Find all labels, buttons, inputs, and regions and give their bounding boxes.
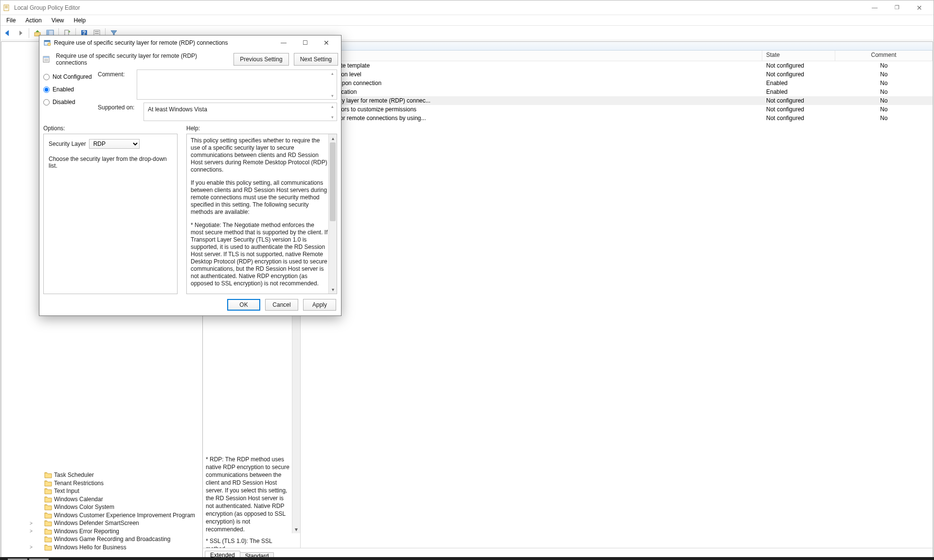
radio-enabled-label[interactable]: Enabled	[53, 86, 74, 93]
svg-rect-1	[5, 6, 8, 6]
folder-icon	[44, 480, 52, 487]
folder-icon	[44, 536, 52, 542]
setting-state: Not configured	[762, 106, 835, 113]
forward-button[interactable]	[15, 28, 26, 38]
state-radios: Not Configured Enabled Disabled	[43, 70, 98, 121]
chevron-right-icon[interactable]: >	[29, 528, 34, 534]
help-scrollbar[interactable]: ▴ ▾	[328, 134, 337, 294]
tree-item[interactable]: >Windows Hello for Business	[37, 543, 202, 552]
tree-item[interactable]: Text Input	[37, 487, 202, 495]
options-heading: Options:	[43, 125, 65, 132]
cancel-button[interactable]: Cancel	[265, 299, 298, 311]
folder-icon	[44, 544, 52, 551]
ok-button[interactable]: OK	[227, 299, 260, 311]
column-state[interactable]: State	[762, 51, 835, 61]
comment-label: Comment:	[98, 70, 133, 100]
tree-item[interactable]: Tenant Restrictions	[37, 479, 202, 488]
radio-not-configured-label[interactable]: Not Configured	[53, 73, 92, 80]
taskbar[interactable]	[0, 557, 934, 560]
back-button[interactable]	[2, 28, 13, 38]
supported-on-box: At least Windows Vista ▴ ▾	[144, 103, 337, 121]
setting-state: Enabled	[762, 88, 835, 95]
column-setting[interactable]	[301, 51, 762, 61]
column-comment[interactable]: Comment	[835, 51, 933, 61]
description-paragraph: * SSL (TLS 1.0): The SSL method	[206, 537, 290, 548]
comment-textarea[interactable]: ▴ ▾	[137, 70, 337, 100]
setting-name: uthentication for remote connections by …	[301, 115, 762, 122]
scroll-up-icon[interactable]: ▴	[329, 104, 336, 109]
list-item[interactable]: ection encryption levelNot configuredNo	[301, 70, 933, 79]
svg-rect-19	[44, 60, 48, 61]
list-item[interactable]: specific security layer for remote (RDP)…	[301, 96, 933, 105]
svg-rect-18	[44, 59, 48, 60]
scroll-up-icon[interactable]: ▴	[329, 134, 337, 142]
dialog-close-button[interactable]: ✕	[316, 36, 337, 50]
help-heading: Help:	[186, 125, 200, 132]
tree-item[interactable]: Windows Color System	[37, 503, 202, 511]
chevron-right-icon[interactable]: >	[29, 521, 34, 526]
folder-icon	[44, 528, 52, 535]
scroll-down-icon[interactable]: ▾	[292, 525, 300, 533]
description-paragraph: * RDP: The RDP method uses native RDP en…	[206, 455, 290, 533]
minimize-button[interactable]: —	[863, 0, 886, 15]
options-panel: Security Layer RDP Choose the security l…	[43, 134, 178, 294]
folder-icon	[44, 512, 52, 519]
setting-name: ection encryption level	[301, 71, 762, 78]
tree-item[interactable]: Task Scheduler	[37, 471, 202, 479]
menu-action[interactable]: Action	[21, 16, 45, 25]
svg-rect-14	[44, 40, 50, 42]
scroll-up-icon[interactable]: ▴	[329, 71, 336, 76]
tree-item-label: Windows Calendar	[54, 496, 103, 503]
setting-name: cal administrators to customize permissi…	[301, 106, 762, 113]
apply-button[interactable]: Apply	[303, 299, 336, 311]
scroll-down-icon[interactable]: ▾	[329, 93, 336, 98]
radio-disabled[interactable]	[43, 99, 50, 105]
list-item[interactable]: RPC communicationEnabledNo	[301, 88, 933, 96]
previous-setting-button[interactable]: Previous Setting	[234, 53, 288, 66]
policy-dialog: Require use of specific security layer f…	[39, 35, 341, 316]
security-layer-select[interactable]: RDP	[89, 139, 140, 149]
menu-file[interactable]: File	[2, 16, 19, 25]
tree-item[interactable]: Windows Calendar	[37, 495, 202, 504]
scroll-thumb[interactable]	[330, 142, 336, 221]
setting-name: specific security layer for remote (RDP)…	[301, 97, 762, 104]
tree-item-label: Windows Error Reporting	[54, 528, 119, 535]
folder-icon	[44, 472, 52, 478]
list-item[interactable]: for password upon connectionEnabledNo	[301, 79, 933, 88]
app-icon	[3, 4, 11, 12]
list-item[interactable]: cation certificate templateNot configure…	[301, 61, 933, 70]
tree-item[interactable]: >Windows Defender SmartScreen	[37, 519, 202, 527]
scroll-down-icon[interactable]: ▾	[329, 285, 337, 294]
policy-item-icon	[42, 55, 51, 64]
tree-item-label: Windows Hello for Business	[54, 544, 126, 551]
tree-item[interactable]: >Windows Error Reporting	[37, 527, 202, 536]
svg-rect-17	[43, 56, 49, 58]
setting-name: for password upon connection	[301, 80, 762, 87]
radio-disabled-label[interactable]: Disabled	[53, 99, 75, 105]
tree-item[interactable]: Windows Customer Experience Improvement …	[37, 511, 202, 520]
tree-item-label: Windows Customer Experience Improvement …	[54, 512, 195, 519]
menu-bar: File Action View Help	[0, 15, 934, 26]
chevron-right-icon[interactable]: >	[29, 544, 34, 550]
dialog-minimize-button[interactable]: —	[273, 36, 294, 50]
menu-help[interactable]: Help	[70, 16, 90, 25]
scroll-down-icon[interactable]: ▾	[329, 115, 336, 120]
setting-state: Not configured	[762, 97, 835, 104]
supported-on-label: Supported on:	[98, 103, 140, 121]
dialog-titlebar[interactable]: Require use of specific security layer f…	[39, 35, 341, 50]
setting-state: Not configured	[762, 62, 835, 69]
radio-enabled[interactable]	[43, 87, 50, 93]
dialog-maximize-button[interactable]: ☐	[294, 36, 316, 50]
radio-not-configured[interactable]	[43, 74, 50, 80]
tree-item[interactable]: Windows Game Recording and Broadcasting	[37, 535, 202, 543]
list-item[interactable]: cal administrators to customize permissi…	[301, 105, 933, 114]
help-paragraph: This policy setting specifies whether to…	[191, 137, 328, 174]
next-setting-button[interactable]: Next Setting	[294, 53, 338, 66]
close-button[interactable]: ✕	[908, 0, 931, 15]
options-hint: Choose the security layer from the drop-…	[49, 156, 172, 169]
list-item[interactable]: uthentication for remote connections by …	[301, 114, 933, 122]
tree-item-label: Text Input	[54, 488, 79, 494]
maximize-button[interactable]: ❐	[886, 0, 908, 15]
toolbar-separator	[29, 28, 29, 38]
menu-view[interactable]: View	[48, 16, 68, 25]
